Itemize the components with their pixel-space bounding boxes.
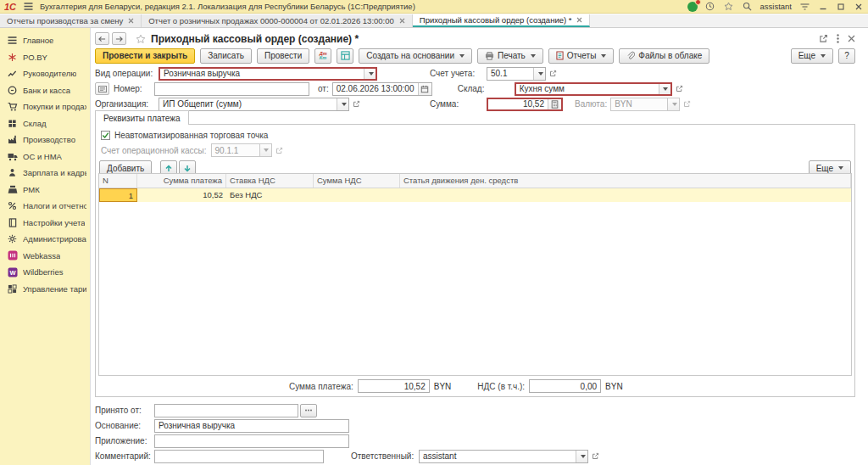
operation-kind-combo[interactable]: Розничная выручка (159, 67, 377, 81)
calculator-icon[interactable] (548, 99, 561, 109)
table-cell[interactable] (314, 188, 400, 202)
sidebar-item-rmk[interactable]: РМК (0, 182, 90, 199)
tab-payment-details[interactable]: Реквизиты платежа (95, 110, 189, 125)
table-row[interactable]: 110,52Без НДС (99, 188, 851, 202)
sidebar-item-bank-cash[interactable]: Банк и касса (0, 82, 90, 99)
tab-cash-receipt-order[interactable]: Приходный кассовый ордер (создание) * (413, 14, 591, 27)
comment-input[interactable] (154, 450, 324, 463)
column-header[interactable]: Сумма платежа (137, 174, 226, 188)
form-content: Приходный кассовый ордер (создание) * Пр… (91, 28, 868, 465)
number-settings-button[interactable] (95, 82, 109, 95)
truck-icon (7, 151, 18, 161)
warehouse-combo[interactable]: Кухня сумм (515, 82, 672, 96)
basis-input[interactable]: Розничная выручка (154, 419, 349, 433)
open-link-icon[interactable] (676, 85, 683, 92)
forward-button[interactable] (112, 32, 126, 45)
number-input[interactable] (154, 82, 309, 96)
calendar-icon[interactable] (418, 83, 431, 95)
date-input[interactable]: 02.06.2026 13:00:00 (332, 82, 432, 96)
post-button[interactable]: Провести (257, 48, 309, 64)
total-payment-currency: BYN (434, 382, 452, 391)
sidebar-item-po-by[interactable]: РО.BY (0, 49, 90, 66)
dropdown-caret-icon (601, 54, 606, 58)
manual-outlet-checkbox[interactable] (101, 131, 110, 140)
column-header[interactable]: N (99, 174, 137, 188)
line-chart-icon (7, 69, 18, 79)
appendix-input[interactable] (154, 434, 349, 448)
help-button[interactable]: ? (838, 48, 855, 64)
sidebar-item-wildberries[interactable]: WWildberries (0, 264, 90, 281)
tab-production-reports[interactable]: Отчеты производства за смену (0, 14, 142, 27)
tab-close-icon[interactable] (128, 18, 134, 24)
amount-input[interactable]: 10,52 (487, 98, 563, 111)
get-link-icon[interactable] (819, 34, 828, 43)
sidebar-item-taxes-reports[interactable]: Налоги и отчетность (0, 198, 90, 215)
reports-button[interactable]: Отчеты (548, 48, 615, 64)
totals-row: Сумма платежа: 10,52 BYN НДС (в т.ч.): 0… (98, 378, 852, 394)
sidebar-item-production[interactable]: Производство (0, 132, 90, 148)
cloud-files-button[interactable]: Файлы в облаке (619, 48, 709, 64)
dropdown-button[interactable] (659, 84, 670, 94)
dropdown-button[interactable] (337, 98, 348, 110)
sidebar-item-administration[interactable]: Администрирование (0, 231, 90, 248)
favorites-star-icon[interactable] (723, 2, 735, 12)
table-cell[interactable]: Без НДС (226, 188, 314, 202)
main-menu-icon[interactable] (22, 2, 34, 12)
open-link-icon[interactable] (353, 100, 360, 108)
more-button[interactable]: Еще (791, 48, 833, 64)
organization-combo[interactable]: ИП Общепит (сумм) (159, 98, 349, 111)
dropdown-button[interactable] (533, 68, 545, 80)
received-from-ellipsis-button[interactable] (300, 404, 317, 417)
sidebar-item-purchases-sales[interactable]: Покупки и продажи (0, 98, 90, 115)
table-cell[interactable]: 10,52 (137, 188, 226, 202)
maximize-icon[interactable] (835, 2, 846, 12)
dropdown-caret-icon (459, 54, 465, 58)
sidebar-item-tariff-management[interactable]: Управление тарифом (0, 281, 90, 298)
cart-icon (7, 102, 18, 112)
document-structure-button[interactable] (337, 48, 353, 64)
back-button[interactable] (95, 32, 109, 45)
current-user-label[interactable]: assistant (760, 2, 793, 11)
tab-close-icon[interactable] (576, 17, 582, 23)
history-icon[interactable] (704, 2, 716, 12)
dt-kt-postings-button[interactable]: ДтКт (314, 48, 331, 64)
close-form-icon[interactable] (848, 35, 855, 42)
more-dots-icon[interactable] (837, 34, 839, 43)
sidebar-item-warehouse[interactable]: Склад (0, 115, 90, 132)
print-button[interactable]: Печать (477, 48, 543, 64)
dropdown-button[interactable] (576, 451, 587, 462)
save-button[interactable]: Записать (200, 48, 252, 64)
received-from-input[interactable] (154, 404, 298, 417)
notifications-icon[interactable] (687, 2, 698, 12)
tab-close-icon[interactable] (399, 18, 405, 24)
account-combo[interactable]: 50.1 (487, 67, 546, 81)
minimize-icon[interactable] (817, 2, 828, 12)
search-icon[interactable] (742, 2, 754, 12)
service-menu-icon[interactable] (798, 2, 810, 12)
open-link-icon[interactable] (592, 452, 599, 460)
sidebar-item-webkassa[interactable]: Webkassa (0, 248, 90, 265)
open-link-icon[interactable] (549, 70, 557, 77)
sidebar-item-main[interactable]: Главное (0, 32, 90, 49)
post-and-close-button[interactable]: Провести и закрыть (95, 48, 195, 64)
sidebar-item-fixed-assets[interactable]: ОС и НМА (0, 148, 90, 165)
table-cell[interactable]: 1 (99, 188, 137, 202)
create-based-on-button[interactable]: Создать на основании (359, 48, 472, 64)
received-from-row: Принято от: (95, 403, 317, 417)
tab-retail-sales-report[interactable]: Отчет о розничных продажах 0000-000004 о… (142, 14, 413, 27)
favorite-star-icon[interactable] (136, 34, 146, 44)
column-header[interactable]: Ставка НДС (226, 174, 314, 188)
appendix-label: Приложение: (95, 436, 154, 445)
sidebar-item-accounting-settings[interactable]: Настройки учета (0, 215, 90, 232)
sidebar-item-manager[interactable]: Руководителю (0, 65, 90, 82)
dropdown-button[interactable] (364, 69, 376, 79)
table-cell[interactable] (400, 188, 851, 202)
column-header[interactable]: Сумма НДС (314, 174, 400, 188)
comment-row: Комментарий: Ответственный: assistant (95, 449, 599, 463)
dropdown-caret-icon (838, 166, 843, 170)
sidebar-item-salary-hr[interactable]: Зарплата и кадры (0, 165, 90, 182)
responsible-combo[interactable]: assistant (419, 450, 588, 463)
table-header-row: NСумма платежаСтавка НДССумма НДССтатья … (99, 174, 851, 188)
close-window-icon[interactable] (853, 2, 864, 12)
column-header[interactable]: Статья движения ден. средств (400, 174, 851, 188)
